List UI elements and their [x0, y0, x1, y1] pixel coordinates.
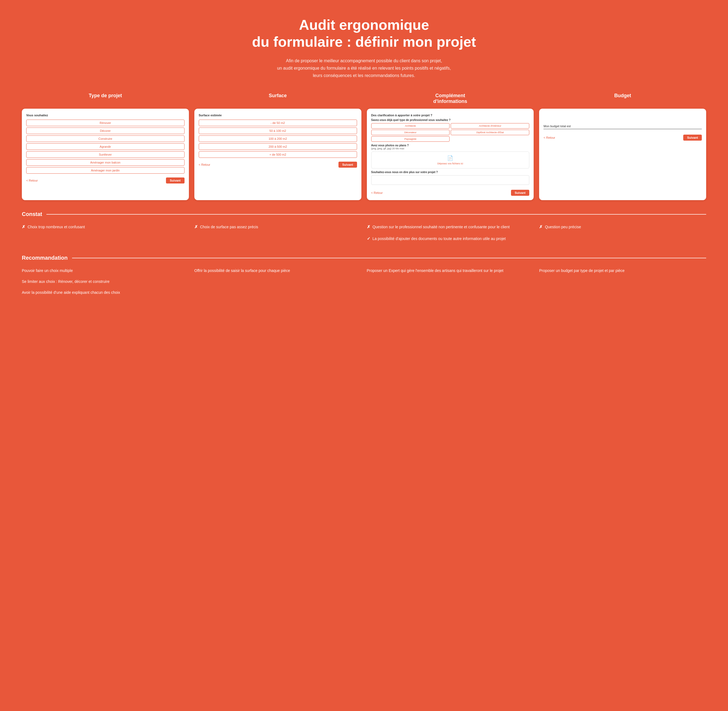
- complement-nav: < Retour Suivant: [371, 190, 529, 196]
- constat-text-1: Choix trop nombreux et confusant: [28, 225, 85, 229]
- constat-text-5: Question peu précise: [545, 225, 581, 229]
- reco-col1: Pouvoir faire un choix multiple Se limit…: [22, 268, 189, 296]
- constat-col3: ✗ Question sur le professionnel souhaité…: [367, 224, 534, 242]
- constat-title: Constat: [22, 211, 42, 217]
- upload-icon: 📄: [375, 155, 526, 161]
- option-balcon[interactable]: Aménager mon balcon: [26, 159, 184, 166]
- surface-500[interactable]: 200 à 500 m2: [199, 143, 357, 150]
- budget-back[interactable]: < Retour: [544, 136, 555, 139]
- prof-architecte[interactable]: Architecte: [371, 123, 450, 128]
- prof-decorateur[interactable]: Décorateur: [371, 130, 450, 135]
- card-surface: Surface estimée - de 50 m2 50 à 100 m2 1…: [195, 109, 361, 200]
- q2-hint: (png, jpeg, gif, jpg) 20 Mo max: [371, 147, 405, 150]
- budget-nav: < Retour Suivant: [544, 134, 702, 141]
- type-projet-next[interactable]: Suivant: [166, 177, 184, 183]
- reco-text-4a: Proposer un budget par type de projet et…: [539, 268, 706, 274]
- complement-next[interactable]: Suivant: [511, 190, 529, 196]
- constat-col4: ✗ Question peu précise: [539, 224, 706, 242]
- card-type-projet: Vous souhaitez Rénover Décorer Construir…: [22, 109, 189, 200]
- surface-label: Surface estimée: [199, 114, 357, 117]
- reco-text-1b: Se limiter aux choix : Rénover, décorer …: [22, 279, 189, 285]
- reco-divider: Recommandation: [22, 255, 706, 261]
- reco-divider-line: [72, 258, 706, 258]
- col-label-budget: Budget: [539, 93, 706, 104]
- surface-nav: < Retour Suivant: [199, 162, 357, 168]
- reco-grid: Pouvoir faire un choix multiple Se limit…: [22, 268, 706, 296]
- type-projet-back[interactable]: < Retour: [26, 179, 38, 182]
- x-icon-1: ✗: [22, 224, 25, 229]
- x-icon-2: ✗: [195, 224, 198, 229]
- reco-col4: Proposer un budget par type de projet et…: [539, 268, 706, 296]
- surface-200[interactable]: 100 à 200 m2: [199, 136, 357, 142]
- cards-row: Vous souhaitez Rénover Décorer Construir…: [22, 109, 706, 200]
- reco-title: Recommandation: [22, 255, 68, 261]
- option-construire[interactable]: Construire: [26, 136, 184, 142]
- option-decorer[interactable]: Décorer: [26, 127, 184, 134]
- constat-divider-line: [46, 214, 706, 215]
- prof-diplome[interactable]: Diplômé Architecte d'État: [451, 130, 529, 135]
- complement-back[interactable]: < Retour: [371, 191, 383, 195]
- col-label-type: Type de projet: [22, 93, 189, 104]
- prof-architecte-interieur[interactable]: Architecte d'intérieur: [451, 123, 529, 128]
- reco-text-2a: Offrir la possibilité de saisir la surfa…: [195, 268, 361, 274]
- card-budget: Mon budget total est < Retour Suivant: [539, 109, 706, 200]
- constat-grid: ✗ Choix trop nombreux et confusant ✗ Cho…: [22, 224, 706, 242]
- page-subtitle: Afin de proposer le meilleur accompagnem…: [22, 57, 706, 80]
- x-icon-3: ✗: [367, 224, 370, 229]
- upload-cta: Déposez vos fichiers ici: [375, 162, 526, 165]
- type-projet-label: Vous souhaitez: [26, 114, 184, 117]
- constat-divider: Constat: [22, 211, 706, 217]
- budget-line: [544, 129, 702, 129]
- reco-text-3a: Proposer un Expert qui gère l'ensemble d…: [367, 268, 534, 274]
- complement-q3: Souhaitez-vous nous en dire plus sur vot…: [371, 171, 529, 174]
- column-labels: Type de projet Surface Complément d'info…: [22, 93, 706, 104]
- surface-back[interactable]: < Retour: [199, 163, 211, 166]
- constat-text-3: Question sur le professionnel souhaité n…: [372, 225, 510, 229]
- budget-label: Mon budget total est: [544, 124, 702, 128]
- complement-q2: Avez vous photos ou plans ? (png, jpeg, …: [371, 144, 529, 150]
- budget-next[interactable]: Suivant: [683, 134, 702, 141]
- check-icon-1: ✓: [367, 236, 370, 241]
- constat-text-4: La possibilité d'ajouter des documents o…: [372, 236, 505, 241]
- complement-textarea[interactable]: [371, 175, 529, 185]
- surface-next[interactable]: Suivant: [339, 162, 357, 168]
- option-jardin[interactable]: Aménager mon jardin: [26, 167, 184, 174]
- type-projet-nav: < Retour Suivant: [26, 177, 184, 183]
- card-complement: Des clarification à apporter à votre pro…: [367, 109, 534, 200]
- page-header: Audit ergonomique du formulaire : défini…: [22, 16, 706, 79]
- constat-col2: ✗ Choix de surface pas assez précis: [195, 224, 361, 242]
- surface-50[interactable]: - de 50 m2: [199, 119, 357, 126]
- x-icon-4: ✗: [539, 224, 543, 229]
- reco-col3: Proposer un Expert qui gère l'ensemble d…: [367, 268, 534, 296]
- prof-paysagiste[interactable]: Paysagiste: [371, 136, 450, 142]
- constat-text-2: Choix de surface pas assez précis: [200, 225, 258, 229]
- surface-plus[interactable]: + de 500 m2: [199, 151, 357, 158]
- page-title: Audit ergonomique du formulaire : défini…: [22, 16, 706, 50]
- col-label-complement: Complément d'informations: [367, 93, 534, 104]
- constat-col1: ✗ Choix trop nombreux et confusant: [22, 224, 189, 242]
- prof-buttons: Architecte Architecte d'intérieur Décora…: [371, 123, 529, 142]
- col-label-surface: Surface: [195, 93, 361, 104]
- surface-100[interactable]: 50 à 100 m2: [199, 127, 357, 134]
- option-surelever[interactable]: Surélever: [26, 151, 184, 158]
- complement-title: Des clarification à apporter à votre pro…: [371, 114, 529, 117]
- option-renover[interactable]: Rénover: [26, 119, 184, 126]
- option-agrandir[interactable]: Agrandir: [26, 143, 184, 150]
- complement-q1: Savez-vous déjà quel type de professionn…: [371, 118, 529, 121]
- reco-col2: Offrir la possibilité de saisir la surfa…: [195, 268, 361, 296]
- reco-text-1a: Pouvoir faire un choix multiple: [22, 268, 189, 274]
- reco-text-1c: Avoir la possibilité d'une aide expliqua…: [22, 289, 189, 296]
- upload-area[interactable]: 📄 Déposez vos fichiers ici: [371, 152, 529, 168]
